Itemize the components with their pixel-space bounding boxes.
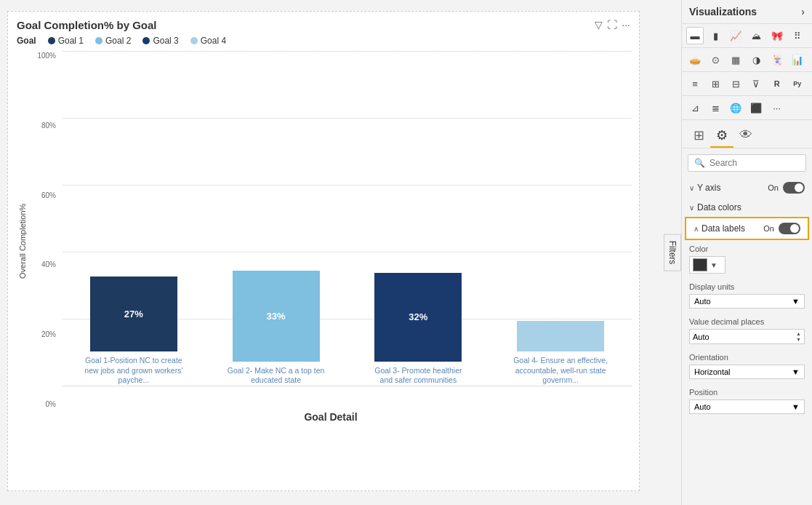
y-tick-100: 100% (30, 52, 59, 60)
legend-dot-goal4 (190, 37, 198, 44)
viz-pie-icon[interactable]: 🥧 (686, 51, 704, 68)
y-tick-40: 40% (30, 261, 59, 269)
search-box[interactable]: 🔍 (688, 154, 806, 172)
focus-icon[interactable]: ⛶ (607, 19, 617, 31)
position-dropdown[interactable]: Auto ▼ (689, 399, 805, 414)
tab-fields[interactable]: ⊞ (688, 124, 710, 148)
panel-close-button[interactable]: › (801, 6, 805, 17)
bar-goal4[interactable] (517, 321, 604, 351)
y-tick-20: 20% (30, 330, 59, 338)
y-axis-ticks: 0% 20% 40% 60% 80% 100% (30, 52, 59, 408)
main-area: Filters Goal Completion% by Goal ▽ ⛶ ···… (0, 0, 681, 505)
legend-text-goal3: Goal 3 (153, 36, 178, 46)
data-labels-toggle-row: On (763, 223, 800, 234)
legend-dot-goal3 (142, 37, 150, 44)
y-axis-label: Overall Completion% (15, 52, 30, 430)
bar-label-goal1: 27% (124, 309, 143, 319)
viz-r-icon[interactable]: R (768, 75, 786, 92)
viz-matrix-icon[interactable]: ⊟ (727, 75, 744, 92)
spinner-down[interactable]: ▼ (796, 337, 801, 342)
viz-area-icon[interactable]: ⛰ (747, 27, 765, 44)
viz-custom-icon[interactable]: ⬛ (747, 99, 765, 116)
bar-goal3[interactable]: 32% (374, 273, 462, 362)
panel-title: Visualizations (689, 6, 757, 17)
bar-group-goal3[interactable]: 32%Goal 3- Promote healthier and safer c… (367, 273, 469, 386)
viz-kpi-icon[interactable]: 📊 (789, 51, 806, 68)
y-axis-toggle[interactable] (783, 182, 805, 194)
legend-text-goal2: Goal 2 (105, 36, 131, 46)
data-labels-chevron: ∧ (694, 225, 699, 233)
viz-globe-icon[interactable]: 🌐 (727, 99, 744, 116)
orientation-dropdown[interactable]: Horizontal ▼ (689, 365, 805, 379)
color-picker[interactable]: ▼ (689, 256, 725, 274)
viz-icons-row2: 🥧 ⊙ ▦ ◑ 🃏 📊 (682, 48, 812, 72)
orientation-label: Orientation (689, 353, 805, 362)
display-units-value: Auto (694, 297, 711, 306)
data-labels-section[interactable]: ∧ Data labels On (685, 217, 809, 240)
orientation-arrow: ▼ (792, 367, 800, 376)
viz-donut-icon[interactable]: ⊙ (707, 51, 724, 68)
bars-area: 27%Goal 1-Position NC to create new jobs… (63, 52, 632, 386)
viz-card-icon[interactable]: 🃏 (768, 51, 786, 68)
color-sublabel: Color (689, 244, 805, 253)
bar-group-goal4[interactable]: Goal 4- Ensure an effective, accountable… (510, 321, 611, 386)
chart-body: Overall Completion% 0% 20% 40% 60% 80% 1… (8, 52, 639, 430)
viz-bar-icon[interactable]: ▬ (686, 27, 704, 44)
viz-treemap-icon[interactable]: ▦ (727, 51, 744, 68)
orientation-value: Horizontal (694, 367, 731, 376)
chart-icons: ▽ ⛶ ··· (595, 19, 630, 31)
viz-nar-icon[interactable]: ≣ (707, 99, 724, 116)
display-units-dropdown[interactable]: Auto ▼ (689, 294, 805, 309)
viz-ribbon-icon[interactable]: 🎀 (768, 27, 786, 44)
viz-icons-row1: ▬ ▮ 📈 ⛰ 🎀 ⠿ (682, 24, 812, 48)
y-axis-section[interactable]: ∨ Y axis On (682, 178, 812, 198)
chart-container: Goal Completion% by Goal ▽ ⛶ ··· Goal Go… (7, 11, 640, 491)
tab-analytics[interactable]: 👁 (733, 124, 758, 148)
chart-title: Goal Completion% by Goal (17, 19, 157, 31)
viz-py-icon[interactable]: Py (789, 75, 806, 92)
viz-table-icon[interactable]: ⊞ (707, 75, 724, 92)
viz-more-icon[interactable]: ··· (768, 99, 786, 116)
viz-slicer-icon[interactable]: ≡ (686, 75, 704, 92)
data-labels-toggle[interactable] (779, 223, 800, 234)
viz-gauge-icon[interactable]: ◑ (747, 51, 765, 68)
panel-header: Visualizations › (682, 0, 812, 24)
viz-scatter-icon[interactable]: ⠿ (789, 27, 806, 44)
legend-text-goal1: Goal 1 (58, 36, 84, 46)
data-labels-toggle-label: On (763, 224, 774, 233)
filter-icon[interactable]: ▽ (595, 19, 603, 31)
viz-icons-row4: ⊿ ≣ 🌐 ⬛ ··· (682, 96, 812, 120)
more-icon[interactable]: ··· (622, 19, 630, 31)
x-label-goal3: Goal 3- Promote healthier and safer comm… (367, 366, 469, 386)
viz-icons-row3: ≡ ⊞ ⊟ ⊽ R Py (682, 72, 812, 96)
right-panel: Visualizations › ▬ ▮ 📈 ⛰ 🎀 ⠿ 🥧 ⊙ ▦ ◑ 🃏 📊… (681, 0, 812, 505)
decimal-places-label: Value decimal places (689, 317, 805, 326)
bar-label-goal2: 33% (267, 311, 286, 322)
bar-goal2[interactable]: 33% (233, 271, 320, 362)
chart-header: Goal Completion% by Goal ▽ ⛶ ··· (8, 12, 639, 34)
bar-group-goal1[interactable]: 27%Goal 1-Position NC to create new jobs… (83, 277, 185, 386)
y-tick-80: 80% (30, 122, 59, 130)
filters-tab[interactable]: Filters (664, 234, 681, 271)
spinner-up[interactable]: ▲ (796, 331, 801, 336)
data-colors-chevron: ∨ (689, 204, 694, 212)
viz-column-icon[interactable]: ▮ (707, 27, 724, 44)
decimal-places-spinner[interactable]: Auto ▲ ▼ (689, 329, 805, 344)
bar-goal1[interactable]: 27% (90, 277, 177, 351)
position-arrow: ▼ (792, 402, 800, 411)
display-units-subsection: Display units Auto ▼ (682, 278, 812, 313)
bar-label-goal3: 32% (409, 311, 427, 322)
viz-decomp-icon[interactable]: ⊿ (686, 99, 704, 116)
tab-format[interactable]: ⚙ (710, 124, 733, 148)
data-colors-section[interactable]: ∨ Data colors (682, 198, 812, 217)
section-tabs: ⊞ ⚙ 👁 (682, 120, 812, 148)
viz-funnel-icon[interactable]: ⊽ (747, 75, 765, 92)
decimal-places-subsection: Value decimal places Auto ▲ ▼ (682, 313, 812, 349)
data-colors-label: Data colors (697, 202, 741, 212)
data-labels-section-left: ∧ Data labels (694, 223, 745, 234)
chart-legend: Goal Goal 1 Goal 2 Goal 3 Goal 4 (8, 34, 639, 52)
color-dropdown-arrow: ▼ (710, 261, 717, 269)
bar-group-goal2[interactable]: 33%Goal 2- Make NC a a top ten educated … (225, 271, 327, 386)
search-input[interactable] (710, 158, 812, 168)
viz-line-icon[interactable]: 📈 (727, 27, 744, 44)
